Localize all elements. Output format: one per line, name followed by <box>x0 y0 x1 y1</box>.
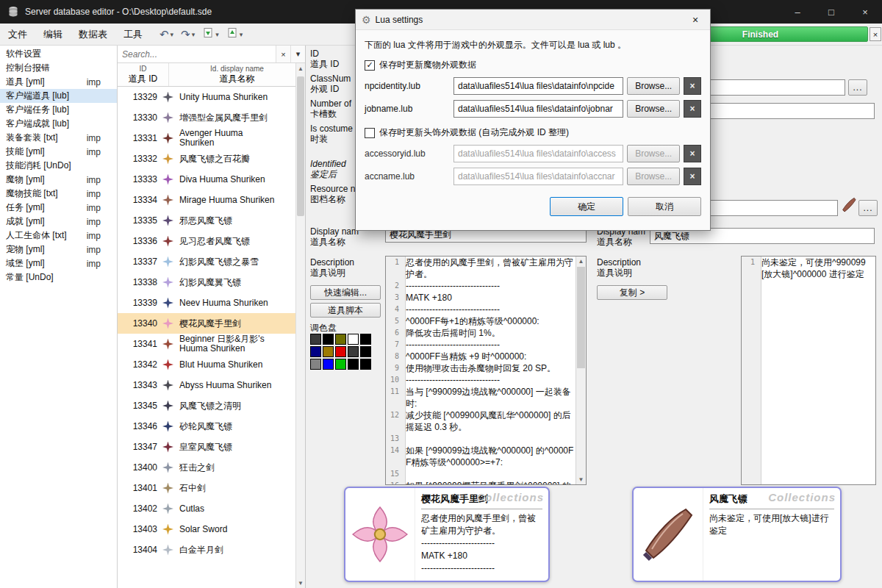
table-row[interactable]: 13343 Abyss Huuma Shuriken <box>118 375 305 395</box>
description-editor-right[interactable]: 1 尚未鉴定，可使用^990099[放大镜]^000000 进行鉴定 <box>741 256 876 485</box>
table-row[interactable]: 13340 樱花风魔手里剑 <box>118 313 305 334</box>
sidebar-item[interactable]: 任务 [yml] imp <box>0 201 117 215</box>
lua-file-path-input[interactable] <box>453 168 623 185</box>
right-panel-field-input-2[interactable] <box>706 103 875 119</box>
sidebar-item[interactable]: 技能消耗 [UnDo] <box>0 159 117 173</box>
description-editor-left[interactable]: 1 忍者使用的风魔手里剑，曾被矿主雇用为守护者。 2 -------------… <box>385 256 587 485</box>
table-row[interactable]: 13346 砂轮风魔飞镖 <box>118 416 305 437</box>
sidebar-item[interactable]: 域堡 [yml] imp <box>0 257 117 270</box>
menu-item[interactable]: 编辑 <box>35 24 71 45</box>
clear-path-button[interactable]: × <box>684 77 701 95</box>
scroll-down-icon[interactable]: ▼ <box>296 578 305 588</box>
dialog-close-button[interactable]: × <box>681 10 710 30</box>
editor-scrollbar-thumb[interactable] <box>577 267 585 368</box>
color-swatch[interactable] <box>348 346 359 357</box>
color-swatch[interactable] <box>360 334 371 345</box>
table-row[interactable]: 13402 Cutlas <box>118 498 305 519</box>
sidebar-item[interactable]: 魔物技能 [txt] imp <box>0 187 117 201</box>
sidebar-item[interactable]: 装备套装 [txt] imp <box>0 131 117 145</box>
search-options-dropdown[interactable]: ▾ <box>290 46 305 62</box>
color-swatch[interactable] <box>335 359 346 370</box>
lua-file-path-input[interactable] <box>453 145 623 162</box>
table-row[interactable]: 13333 Diva Huuma Shuriken <box>118 169 305 190</box>
sidebar-item[interactable]: 宠物 [yml] imp <box>0 243 117 257</box>
sidebar-item[interactable]: 客户端任务 [lub] <box>0 103 117 117</box>
sidebar-item[interactable]: 魔物 [yml] imp <box>0 173 117 187</box>
cancel-button[interactable]: 取消 <box>628 197 701 216</box>
color-swatch[interactable] <box>348 359 359 370</box>
table-row[interactable]: 13329 Unity Huuma Shuriken <box>118 87 305 107</box>
color-swatch[interactable] <box>335 334 346 345</box>
sidebar-item[interactable]: 人工生命体 [txt] imp <box>0 229 117 243</box>
table-row[interactable]: 13342 Blut Huuma Shuriken <box>118 354 305 375</box>
scroll-down-icon[interactable]: ▼ <box>576 475 586 484</box>
sidebar-item[interactable]: 控制台报错 <box>0 61 117 75</box>
table-row[interactable]: 13400 狂击之剑 <box>118 457 305 478</box>
clear-search-button[interactable]: × <box>276 46 290 62</box>
sidebar-item[interactable]: 软件设置 <box>0 47 117 61</box>
table-row[interactable]: 13334 Mirage Huuma Shuriken <box>118 190 305 210</box>
color-swatch[interactable] <box>310 346 321 357</box>
editor-scrollbar[interactable]: ▲ ▼ <box>576 257 586 484</box>
list-scrollbar-thumb[interactable] <box>297 76 304 216</box>
color-swatch[interactable] <box>323 334 334 345</box>
progress-close-button[interactable]: × <box>870 27 881 41</box>
sidebar-item[interactable]: 常量 [UnDo] <box>0 270 117 284</box>
color-swatch[interactable] <box>360 346 371 357</box>
color-swatch[interactable] <box>360 359 371 370</box>
lua-file-path-input[interactable] <box>453 77 623 95</box>
menu-item[interactable]: 工具 <box>115 24 151 45</box>
table-row[interactable]: 13339 Neev Huuma Shuriken <box>118 293 305 313</box>
column-header-name[interactable]: Id. display name 道具名称 <box>169 63 305 86</box>
right-panel-field-input-1[interactable] <box>706 79 845 96</box>
menu-item[interactable]: 文件 <box>0 24 35 45</box>
browse-ellipsis-button-2[interactable]: ... <box>858 200 878 216</box>
search-input[interactable] <box>118 46 276 62</box>
redo-button[interactable]: ↷▾ <box>178 26 198 43</box>
color-swatch[interactable] <box>323 359 334 370</box>
copy-button[interactable]: 复制 > <box>597 285 667 300</box>
sidebar-item[interactable]: 客户端道具 [lub] <box>0 89 117 103</box>
ok-button[interactable]: 确定 <box>550 197 623 216</box>
quick-edit-button[interactable]: 快速编辑... <box>310 285 381 300</box>
browse-button[interactable]: Browse... <box>627 77 680 95</box>
sidebar-item[interactable]: 技能 [yml] imp <box>0 145 117 159</box>
table-row[interactable]: 13335 邪恶风魔飞镖 <box>118 210 305 231</box>
browse-button[interactable]: Browse... <box>627 168 680 185</box>
item-script-button[interactable]: 道具脚本 <box>310 303 381 318</box>
table-row[interactable]: 13341 Beginner 日影&月影's Huuma Shuriken <box>118 334 305 354</box>
color-swatch[interactable] <box>323 346 334 357</box>
browse-ellipsis-button-1[interactable]: ... <box>848 79 867 96</box>
table-row[interactable]: 13337 幻影风魔飞镖之暴雪 <box>118 251 305 272</box>
list-scrollbar[interactable]: ▲ ▼ <box>295 63 305 588</box>
color-swatch[interactable] <box>310 334 321 345</box>
menu-item[interactable]: 数据表 <box>71 24 115 45</box>
clear-path-button[interactable]: × <box>684 145 701 162</box>
scroll-up-icon[interactable]: ▲ <box>576 257 586 266</box>
table-row[interactable]: 13401 石中剑 <box>118 478 305 498</box>
sidebar-item[interactable]: 客户端成就 [lub] <box>0 117 117 131</box>
table-row[interactable]: 13403 Solar Sword <box>118 519 305 539</box>
table-row[interactable]: 13336 见习忍者风魔飞镖 <box>118 231 305 251</box>
table-row[interactable]: 13331 Avenger Huuma Shuriken <box>118 128 305 148</box>
sidebar-item[interactable]: 道具 [yml] imp <box>0 75 117 89</box>
right-panel-resource-input[interactable] <box>706 200 838 216</box>
table-row[interactable]: 13338 幻影风魔翼飞镖 <box>118 272 305 293</box>
column-header-id[interactable]: ID 道具 ID <box>118 63 169 86</box>
undo-button[interactable]: ↶▾ <box>157 26 176 43</box>
update-headgear-appearance-checkbox[interactable] <box>365 128 375 138</box>
update-monster-appearance-checkbox[interactable]: ✓ <box>365 60 375 71</box>
scroll-up-icon[interactable]: ▲ <box>296 63 305 74</box>
close-button[interactable]: × <box>848 0 882 24</box>
minimize-button[interactable]: – <box>781 0 814 24</box>
sidebar-item[interactable]: 成就 [yml] imp <box>0 215 117 229</box>
table-row[interactable]: 13347 皇室风魔飞镖 <box>118 437 305 457</box>
clear-path-button[interactable]: × <box>684 100 701 118</box>
browse-button[interactable]: Browse... <box>627 145 680 162</box>
color-swatch[interactable] <box>348 334 359 345</box>
browse-button[interactable]: Browse... <box>627 100 680 118</box>
table-row[interactable]: 13345 风魔飞镖之清明 <box>118 395 305 416</box>
color-swatch[interactable] <box>335 346 346 357</box>
table-import-button[interactable]: ▾ <box>199 25 222 43</box>
table-row[interactable]: 13404 白金半月剑 <box>118 539 305 560</box>
